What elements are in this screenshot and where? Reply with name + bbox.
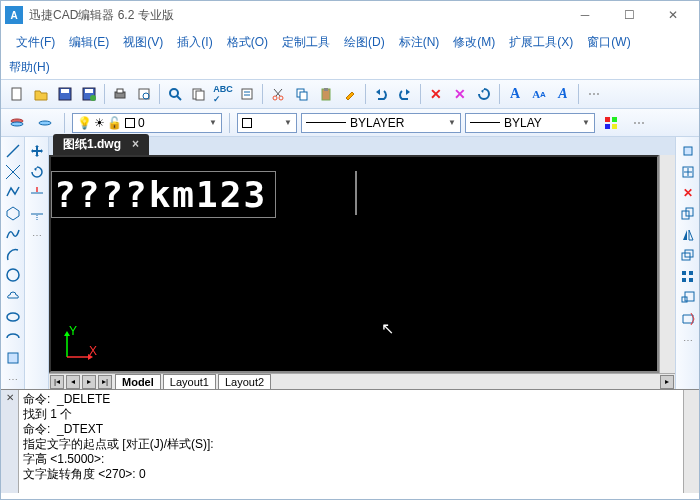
- menu-extendtools[interactable]: 扩展工具(X): [502, 31, 580, 54]
- more-prop-icon[interactable]: ⋯: [628, 112, 650, 134]
- vertical-scrollbar[interactable]: [659, 155, 675, 373]
- spellcheck-button[interactable]: ABC✓: [212, 83, 234, 105]
- menu-window[interactable]: 窗口(W): [580, 31, 637, 54]
- array-tool[interactable]: [678, 267, 698, 287]
- linetype-dropdown[interactable]: BYLAYER ▼: [301, 113, 461, 133]
- tab-next-button[interactable]: ▸: [82, 375, 96, 389]
- scale-tool[interactable]: [678, 288, 698, 308]
- cmd-close-button[interactable]: ✕: [1, 390, 19, 493]
- model-tab[interactable]: Model: [115, 374, 161, 390]
- text-style-button[interactable]: A: [552, 83, 574, 105]
- line-tool[interactable]: [3, 141, 23, 161]
- app-logo: A: [5, 6, 23, 24]
- standard-toolbar: ABC✓ ✕ ✕ A AA A ⋯: [1, 79, 699, 109]
- tab-prev-button[interactable]: ◂: [66, 375, 80, 389]
- tab-last-button[interactable]: ▸|: [98, 375, 112, 389]
- draw-more-icon[interactable]: ⋯: [3, 369, 23, 389]
- stretch-tool[interactable]: [678, 309, 698, 329]
- tab-close-icon[interactable]: ×: [132, 137, 139, 151]
- menu-file[interactable]: 文件(F): [9, 31, 62, 54]
- svg-point-17: [273, 96, 277, 100]
- layer-state-button[interactable]: [34, 112, 56, 134]
- batch-button[interactable]: [188, 83, 210, 105]
- cut-button[interactable]: [267, 83, 289, 105]
- svg-rect-2: [61, 89, 69, 93]
- offset-tool[interactable]: [678, 246, 698, 266]
- erase-red-button[interactable]: ✕: [425, 83, 447, 105]
- erase-mag-button[interactable]: ✕: [449, 83, 471, 105]
- cloud-tool[interactable]: [3, 286, 23, 306]
- rotate-tool[interactable]: [27, 162, 47, 182]
- ellipsearc-tool[interactable]: [3, 328, 23, 348]
- scroll-right-button[interactable]: ▸: [660, 375, 674, 389]
- copy-obj-tool[interactable]: [678, 204, 698, 224]
- trim-tool[interactable]: [27, 183, 47, 203]
- print-button[interactable]: [109, 83, 131, 105]
- restore-button[interactable]: [473, 83, 495, 105]
- close-button[interactable]: ✕: [651, 1, 695, 29]
- more-icon[interactable]: ⋯: [583, 83, 605, 105]
- ellipse-tool[interactable]: [3, 307, 23, 327]
- save-button[interactable]: [54, 83, 76, 105]
- svg-point-26: [11, 122, 23, 126]
- menu-help[interactable]: 帮助(H): [9, 59, 50, 76]
- block-tool[interactable]: [3, 349, 23, 369]
- lineweight-dropdown[interactable]: BYLAY ▼: [465, 113, 595, 133]
- menu-bar: 文件(F) 编辑(E) 视图(V) 插入(I) 格式(O) 定制工具 绘图(D)…: [1, 29, 699, 55]
- layout1-tab[interactable]: Layout1: [163, 374, 216, 390]
- modify-more-icon[interactable]: ⋯: [27, 225, 47, 245]
- menu-draw[interactable]: 绘图(D): [337, 31, 392, 54]
- menu-insert[interactable]: 插入(I): [170, 31, 219, 54]
- horizontal-scrollbar[interactable]: [273, 376, 657, 388]
- paste-button[interactable]: [315, 83, 337, 105]
- pan-tool[interactable]: [678, 141, 698, 161]
- polyline-tool[interactable]: [3, 183, 23, 203]
- preview-button[interactable]: [133, 83, 155, 105]
- review-button[interactable]: [236, 83, 258, 105]
- matchprop-button[interactable]: [339, 83, 361, 105]
- zoom-tool[interactable]: [678, 162, 698, 182]
- linetype-label: BYLAYER: [350, 116, 404, 130]
- polygon-tool[interactable]: [3, 203, 23, 223]
- menu-view[interactable]: 视图(V): [116, 31, 170, 54]
- redo-button[interactable]: [394, 83, 416, 105]
- layer-dropdown[interactable]: 💡 ☀ 🔓 0 ▼: [72, 113, 222, 133]
- svg-rect-37: [8, 353, 18, 363]
- open-button[interactable]: [30, 83, 52, 105]
- extend-tool[interactable]: [27, 204, 47, 224]
- arc-tool[interactable]: [3, 245, 23, 265]
- modify-toolbar: ⋯: [25, 137, 49, 389]
- spline-tool[interactable]: [3, 224, 23, 244]
- circle-tool[interactable]: [3, 266, 23, 286]
- document-tab[interactable]: 图纸1.dwg ×: [53, 134, 149, 155]
- move-tool[interactable]: [27, 141, 47, 161]
- minimize-button[interactable]: ─: [563, 1, 607, 29]
- menu-edit[interactable]: 编辑(E): [62, 31, 116, 54]
- svg-rect-31: [612, 124, 617, 129]
- new-button[interactable]: [6, 83, 28, 105]
- layer-prop-button[interactable]: [6, 112, 28, 134]
- color-dropdown[interactable]: ▼: [237, 113, 297, 133]
- copy-button[interactable]: [291, 83, 313, 105]
- command-text[interactable]: 命令: _DELETE 找到 1 个 命令: _DTEXT 指定文字的起点或 […: [19, 390, 683, 493]
- tab-first-button[interactable]: |◂: [50, 375, 64, 389]
- drawing-canvas[interactable]: ????km123 ↖ YX: [49, 155, 659, 373]
- menu-modify[interactable]: 修改(M): [446, 31, 502, 54]
- maximize-button[interactable]: ☐: [607, 1, 651, 29]
- delete-tool[interactable]: ✕: [678, 183, 698, 203]
- menu-dimension[interactable]: 标注(N): [392, 31, 447, 54]
- mirror-tool[interactable]: [678, 225, 698, 245]
- bycolor-button[interactable]: [600, 112, 622, 134]
- menu-format[interactable]: 格式(O): [220, 31, 275, 54]
- text-aa-button[interactable]: AA: [528, 83, 550, 105]
- find-button[interactable]: [164, 83, 186, 105]
- xline-tool[interactable]: [3, 162, 23, 182]
- text-a-button[interactable]: A: [504, 83, 526, 105]
- menu-customtools[interactable]: 定制工具: [275, 31, 337, 54]
- lock-icon: 🔓: [107, 116, 122, 130]
- layout2-tab[interactable]: Layout2: [218, 374, 271, 390]
- right-more-icon[interactable]: ⋯: [678, 330, 698, 350]
- saveas-button[interactable]: [78, 83, 100, 105]
- cmd-scrollbar[interactable]: [683, 390, 699, 493]
- undo-button[interactable]: [370, 83, 392, 105]
